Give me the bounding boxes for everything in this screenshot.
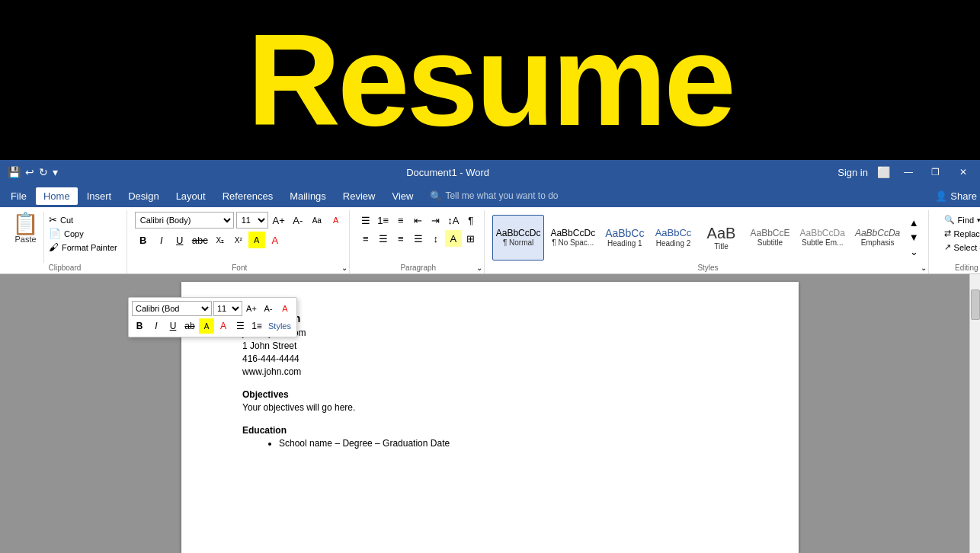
mini-text-color[interactable]: A [216,318,231,334]
scrollbar-thumb[interactable] [971,289,980,320]
quick-access-icon[interactable]: ▾ [53,166,58,178]
restore-button[interactable]: ❐ [927,163,945,181]
style-normal[interactable]: AaBbCcDc ¶ Normal [492,215,545,261]
ribbon: 📋 Paste ✂ Cut 📄 Copy 🖌 Format Painter Cl… [0,207,980,274]
menu-insert[interactable]: Insert [79,187,120,205]
style-heading2[interactable]: AaBbCc Heading 2 [650,215,696,261]
menu-design[interactable]: Design [120,187,166,205]
mini-font-select[interactable]: Calibri (Bod [132,301,212,316]
select-button[interactable]: ↗ Select - ▾ [941,241,980,254]
mini-underline[interactable]: U [165,318,181,334]
mini-strikethrough[interactable]: ab [182,318,197,334]
objectives-text[interactable]: Your objectives will go here. [242,402,738,413]
objectives-heading[interactable]: Objectives [242,389,738,400]
mini-numbering[interactable]: 1≡ [249,318,264,334]
shading-button[interactable]: A [445,230,462,247]
align-right-button[interactable]: ≡ [392,230,409,247]
close-button[interactable]: ✕ [954,163,972,181]
align-left-button[interactable]: ≡ [357,230,374,247]
find-button[interactable]: 🔍 Find ▾ [941,213,980,226]
font-family-select[interactable]: Calibri (Body) [135,212,234,229]
subscript-button[interactable]: X₂ [212,232,229,248]
increase-indent-button[interactable]: ⇥ [428,212,444,229]
mini-italic[interactable]: I [149,318,164,334]
font-dialog-launcher[interactable]: ⌄ [341,264,347,272]
multilevel-list-button[interactable]: ≡ [392,212,409,229]
line-spacing-button[interactable]: ↕ [428,230,444,247]
education-bullet[interactable]: School name – Degree – Graduation Date [279,438,738,449]
strikethrough-button[interactable]: abc [190,232,210,248]
mini-styles-button[interactable]: Styles [266,321,293,331]
cut-action[interactable]: ✂ Cut [47,213,119,226]
styles-scroll-up[interactable]: ▲ [905,216,922,231]
style-no-spacing-preview: AaBbCcDc [550,228,595,238]
menu-review[interactable]: Review [335,187,383,205]
signin-button[interactable]: Sign in [837,167,868,178]
undo-icon[interactable]: ↩ [25,166,34,178]
style-subtitle[interactable]: AaBbCcE Subtitle [746,215,793,261]
education-heading[interactable]: Education [242,425,738,436]
paste-button[interactable]: 📋 Paste [8,212,44,263]
share-button[interactable]: 👤 Share [935,190,977,202]
style-no-spacing[interactable]: AaBbCcDc ¶ No Spac... [546,215,599,261]
style-heading1[interactable]: AaBbCc Heading 1 [601,215,648,261]
show-para-marks-button[interactable]: ¶ [463,212,479,229]
clear-format-btn[interactable]: Aa [309,212,325,229]
styles-dialog-launcher[interactable]: ⌄ [921,264,927,272]
menu-mailings[interactable]: Mailings [282,187,334,205]
mini-size-select[interactable]: 11 [213,301,242,316]
styles-expand[interactable]: ⌄ [905,245,922,259]
align-center-button[interactable]: ☰ [375,230,392,247]
mini-font-size-increase[interactable]: A+ [244,301,259,316]
mini-highlight[interactable]: A [199,318,214,334]
text-highlight-button[interactable]: A [248,232,265,248]
doc-address[interactable]: 1 John Street [242,340,738,351]
superscript-button[interactable]: X² [230,232,247,248]
font-color-button[interactable]: A [267,232,283,248]
sort-button[interactable]: ↕A [445,212,462,229]
style-no-spacing-label: ¶ No Spac... [552,238,594,247]
menu-view[interactable]: View [384,187,421,205]
style-title[interactable]: AaB Title [698,215,744,261]
font-size-decrease[interactable]: A- [290,212,306,229]
italic-button[interactable]: I [153,232,170,248]
mini-bold[interactable]: B [132,318,147,334]
copy-action[interactable]: 📄 Copy [47,227,119,240]
styles-scroll-down[interactable]: ▼ [905,230,922,245]
paragraph-dialog-launcher[interactable]: ⌄ [476,264,482,272]
format-painter-label: Format Painter [62,243,117,252]
mini-bullets[interactable]: ☰ [232,318,248,334]
format-painter-action[interactable]: 🖌 Format Painter [47,241,119,254]
doc-website[interactable]: www.john.com [242,366,738,377]
find-dropdown[interactable]: ▾ [977,216,980,224]
font-size-increase[interactable]: A+ [271,212,287,229]
replace-button[interactable]: ⇄ Replace [941,227,980,240]
redo-icon[interactable]: ↻ [39,166,48,178]
menu-layout[interactable]: Layout [168,187,213,205]
doc-phone[interactable]: 416-444-4444 [242,353,738,364]
mini-font-size-decrease[interactable]: A- [261,301,276,316]
tell-me-input[interactable]: Tell me what you want to do [445,190,558,201]
borders-button[interactable]: ⊞ [463,230,479,247]
bold-button[interactable]: B [135,232,152,248]
font-size-select[interactable]: 11 [236,212,268,229]
minimize-button[interactable]: — [899,163,918,181]
justify-button[interactable]: ☰ [410,230,427,247]
doc-name[interactable]: John Smith [242,312,738,324]
vertical-scrollbar[interactable] [969,274,980,553]
styles-group: AaBbCcDc ¶ Normal AaBbCcDc ¶ No Spac... … [488,210,930,273]
menu-references[interactable]: References [215,187,280,205]
decrease-indent-button[interactable]: ⇤ [410,212,427,229]
text-effects-btn[interactable]: A [328,212,344,229]
find-label: Find [958,216,974,225]
mini-font-color[interactable]: A [277,301,293,316]
menu-file[interactable]: File [3,187,34,205]
doc-email[interactable]: john@john.com [242,328,738,338]
menu-home[interactable]: Home [36,187,78,205]
style-subtle-emphasis[interactable]: AaBbCcDa Subtle Em... [796,215,849,261]
ribbon-display-icon[interactable]: ⬜ [877,166,890,178]
style-emphasis[interactable]: AaBbCcDa Emphasis [851,215,904,261]
bullets-button[interactable]: ☰ [357,212,374,229]
underline-button[interactable]: U [171,232,188,248]
numbering-button[interactable]: 1≡ [375,212,392,229]
